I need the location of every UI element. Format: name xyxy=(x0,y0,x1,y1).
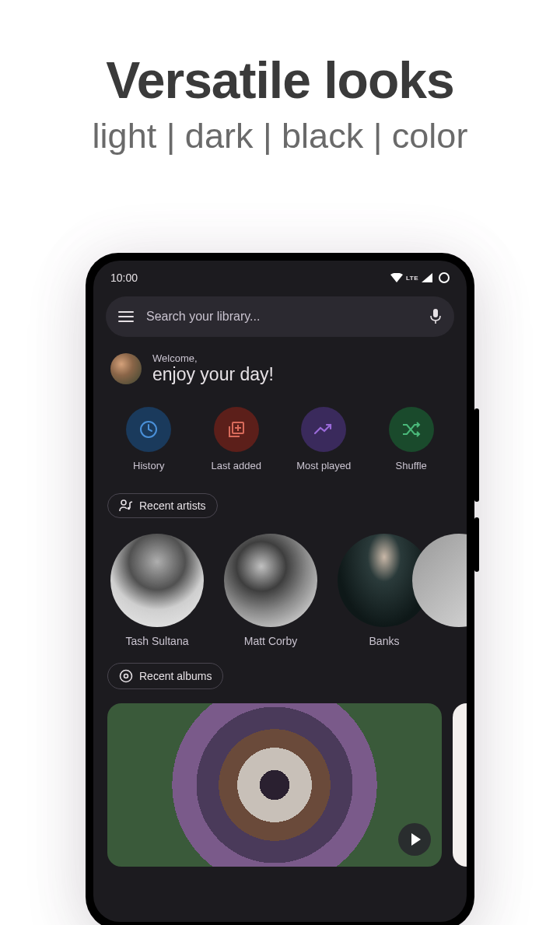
battery-circle-icon xyxy=(439,272,450,283)
chip-label: Recent artists xyxy=(139,499,206,512)
search-input[interactable]: Search your library... xyxy=(146,310,417,324)
status-icons: LTE xyxy=(390,272,450,283)
person-music-icon xyxy=(119,499,133,512)
welcome-small: Welcome, xyxy=(152,352,274,364)
wifi-icon xyxy=(390,273,403,282)
phone-frame: 10:00 LTE Search your library... xyxy=(86,253,474,925)
shuffle-icon xyxy=(389,407,434,452)
artist-avatar xyxy=(224,534,317,627)
hamburger-icon[interactable] xyxy=(118,311,134,322)
welcome-text: Welcome, enjoy your day! xyxy=(152,352,274,385)
category-shuffle[interactable]: Shuffle xyxy=(369,407,453,471)
marketing-subtitle: light | dark | black | color xyxy=(0,116,560,156)
welcome-row: Welcome, enjoy your day! xyxy=(93,337,467,393)
clock-icon xyxy=(126,407,171,452)
status-time: 10:00 xyxy=(110,272,138,284)
category-most-played[interactable]: Most played xyxy=(282,407,366,471)
search-bar[interactable]: Search your library... xyxy=(106,296,454,337)
play-button[interactable] xyxy=(398,823,431,856)
artist-item[interactable]: Matt Corby xyxy=(221,534,320,647)
mic-icon[interactable] xyxy=(429,309,442,324)
album-card[interactable] xyxy=(107,703,442,867)
category-label: History xyxy=(133,460,164,471)
status-bar: 10:00 LTE xyxy=(93,261,467,292)
play-icon xyxy=(411,833,421,846)
welcome-big: enjoy your day! xyxy=(152,364,274,385)
category-history[interactable]: History xyxy=(107,407,191,471)
phone-screen: 10:00 LTE Search your library... xyxy=(93,261,467,922)
artist-avatar xyxy=(110,534,204,627)
category-row: History Last added Most played Shuffle xyxy=(93,393,467,478)
disc-icon xyxy=(119,669,133,683)
albums-row[interactable] xyxy=(107,703,467,867)
artist-item[interactable]: Tash Sultana xyxy=(107,534,207,647)
album-card-peek[interactable] xyxy=(453,703,467,867)
chip-label: Recent albums xyxy=(139,670,212,682)
trending-icon xyxy=(301,407,346,452)
svg-point-4 xyxy=(121,500,126,505)
svg-point-7 xyxy=(124,674,128,678)
marketing-title: Versatile looks xyxy=(0,51,560,110)
svg-rect-0 xyxy=(433,309,438,317)
artist-name: Tash Sultana xyxy=(126,635,189,647)
artists-row[interactable]: Tash Sultana Matt Corby Banks xyxy=(93,518,467,647)
marketing-header: Versatile looks light | dark | black | c… xyxy=(0,0,560,156)
avatar[interactable] xyxy=(110,353,142,384)
lte-badge: LTE xyxy=(406,275,418,282)
recent-artists-chip[interactable]: Recent artists xyxy=(107,493,218,518)
artist-item-peek[interactable] xyxy=(448,534,467,647)
signal-icon xyxy=(422,273,432,282)
svg-point-5 xyxy=(128,507,131,510)
artist-name: Matt Corby xyxy=(244,635,297,647)
artist-name: Banks xyxy=(369,635,400,647)
library-add-icon xyxy=(214,407,259,452)
recent-albums-chip[interactable]: Recent albums xyxy=(107,663,223,689)
albums-area xyxy=(93,689,467,867)
svg-point-6 xyxy=(121,671,132,682)
category-label: Last added xyxy=(212,460,261,471)
category-label: Shuffle xyxy=(396,460,427,471)
category-label: Most played xyxy=(296,460,351,471)
category-last-added[interactable]: Last added xyxy=(194,407,278,471)
